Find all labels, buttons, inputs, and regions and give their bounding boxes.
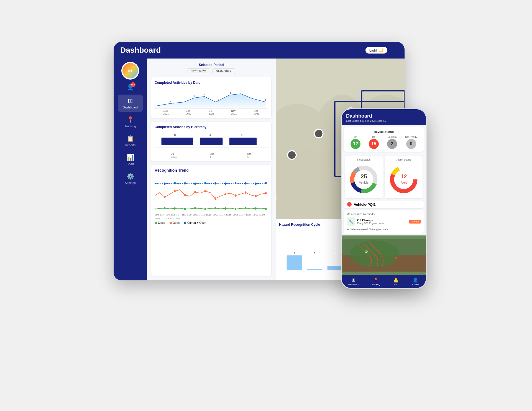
svg-point-16 <box>164 207 166 209</box>
sidebar-item-dashboard[interactable]: ⊞ Dashboard <box>118 95 143 112</box>
svg-text:1: 1 <box>230 92 231 94</box>
sidebar-item-reports[interactable]: 📋 Reports <box>118 132 143 149</box>
vehicle-row: Vehicle-PQi1 <box>344 201 424 208</box>
phone-nav-account[interactable]: 👤 Account <box>411 277 420 286</box>
sidebar-item-label: Reports <box>125 143 136 147</box>
maintenance-section: Maintenance Reminder 🔧 Oil Change Every … <box>344 210 424 234</box>
theme-label: Light <box>369 48 377 52</box>
svg-point-24 <box>245 207 247 209</box>
phone-map <box>342 235 426 275</box>
phone-footer-nav: ⊞ Dashboard 📍 Tracking ⚠️ Alert 👤 Accoun… <box>342 275 426 288</box>
svg-point-43 <box>194 182 196 185</box>
svg-point-20 <box>204 208 206 210</box>
sidebar-item-label: Dashboard <box>123 106 138 109</box>
svg-point-40 <box>164 182 166 185</box>
svg-text:2: 2 <box>241 134 243 137</box>
svg-rect-12 <box>229 138 257 145</box>
svg-text:Alert: Alert <box>401 181 407 184</box>
period-section: Selected Period 12/01/2021 01/04/2022 <box>151 63 271 74</box>
svg-point-21 <box>214 207 216 209</box>
status-notready-value: 0 <box>406 139 416 149</box>
legend-currently-open: Currently Open <box>184 221 206 224</box>
svg-point-38 <box>265 192 267 194</box>
alarm-status-section: Alarm Status 12 Alert <box>385 156 423 198</box>
fleet-status-section: Fleet Status 25 Vehicle <box>345 156 383 198</box>
toggle-switch[interactable] <box>391 47 398 54</box>
phone-nav-alert-label: Alert <box>393 283 398 286</box>
svg-text:1: 1 <box>314 273 316 273</box>
phone-nav-alert-icon: ⚠️ <box>393 277 399 283</box>
period-end-date[interactable]: 01/04/2022 <box>213 68 235 74</box>
app-header: Dashboard Light 🌙 <box>114 42 405 59</box>
chart-icon: 📊 <box>127 154 134 161</box>
vehicle-name: Vehicle-PQi1 <box>354 202 376 207</box>
svg-point-23 <box>235 208 236 210</box>
svg-point-100 <box>365 250 367 253</box>
svg-point-47 <box>235 182 236 184</box>
svg-text:25: 25 <box>360 173 367 179</box>
left-panel: Selected Period 12/01/2021 01/04/2022 Co… <box>147 59 276 280</box>
overdue-badge: Overdue <box>409 220 421 224</box>
phone-title: Dashboard <box>346 113 421 119</box>
status-nodata: No Data 2 <box>387 136 397 149</box>
svg-text:0: 0 <box>314 252 315 255</box>
svg-point-48 <box>245 182 247 185</box>
sidebar: IoT 👤 182 ⊞ Dashboard 📍 Tracking <box>114 59 147 280</box>
notification-badge: 182 <box>131 82 135 87</box>
phone-nav-tracking-icon: 📍 <box>373 277 379 283</box>
trend-chart-area <box>155 175 268 214</box>
completed-activities-chart: Completed Activities by Date <box>151 77 271 118</box>
svg-point-18 <box>184 208 186 210</box>
completed-activities-title: Completed Activities by Date <box>155 81 268 85</box>
phone-nav-dashboard[interactable]: ⊞ Dashboard <box>348 277 359 286</box>
next-due-text: Vehicle crossed 600 engine hours <box>351 228 388 231</box>
trend-title: Recognition Trend <box>155 168 268 172</box>
svg-point-25 <box>255 207 257 210</box>
status-on-value: 12 <box>351 139 360 149</box>
svg-text:1: 1 <box>265 98 266 101</box>
trend-x-labels: 11/311/411/511/611/711/811/911/1011/1111… <box>155 214 268 220</box>
svg-text:1: 1 <box>194 94 195 97</box>
phone-nav-alert[interactable]: ⚠️ Alert <box>393 277 399 286</box>
svg-point-44 <box>204 182 206 184</box>
svg-text:2: 2 <box>241 90 242 93</box>
theme-toggle[interactable]: Light 🌙 <box>365 47 387 54</box>
device-status-section: Device Status On 12 Off 15 No Data 2 <box>344 127 424 152</box>
status-notready: Not Ready 0 <box>405 136 417 149</box>
svg-point-29 <box>174 190 176 192</box>
svg-point-41 <box>174 182 176 184</box>
hierarchy-chart: Completed Activies by Hierarchy 14 3 <box>151 122 271 161</box>
legend-open: Open <box>170 221 180 224</box>
svg-point-36 <box>245 191 247 194</box>
svg-point-55 <box>314 129 323 138</box>
phone-nav-dashboard-icon: ⊞ <box>352 277 355 283</box>
svg-point-50 <box>265 182 267 184</box>
period-start-date[interactable]: 12/01/2021 <box>188 68 210 74</box>
alarm-label: Alarm Status <box>387 158 420 161</box>
svg-text:1: 1 <box>170 100 171 103</box>
maint-sub: Every 500 Engine Hours <box>357 222 407 225</box>
svg-point-46 <box>225 182 226 185</box>
phone-nav-account-icon: 👤 <box>413 277 418 283</box>
maint-info: Oil Change Every 500 Engine Hours <box>357 219 407 225</box>
svg-text:Less: Less <box>292 273 296 273</box>
svg-point-30 <box>184 194 186 196</box>
svg-rect-75 <box>328 266 343 270</box>
settings-icon: ⚙️ <box>127 173 134 180</box>
moon-icon: 🌙 <box>379 48 383 52</box>
status-boxes: On 12 Off 15 No Data 2 Not Ready 0 <box>347 136 420 149</box>
sidebar-item-settings[interactable]: ⚙️ Settings <box>118 170 143 187</box>
sidebar-item-label: Chart <box>127 162 134 166</box>
svg-rect-10 <box>200 138 223 145</box>
svg-point-101 <box>395 257 397 259</box>
phone-nav-account-label: Account <box>411 283 420 286</box>
sidebar-item-tracking[interactable]: 📍 Tracking <box>118 113 143 131</box>
svg-text:1: 1 <box>204 93 205 96</box>
tracking-icon: 📍 <box>127 116 134 123</box>
phone-nav-dashboard-label: Dashboard <box>348 283 359 286</box>
phone-nav-tracking[interactable]: 📍 Tracking <box>372 277 380 286</box>
maintenance-title: Maintenance Reminder <box>347 213 421 216</box>
sidebar-item-chart[interactable]: 📊 Chart <box>118 151 143 168</box>
sidebar-item-label: Tracking <box>124 125 136 128</box>
svg-point-39 <box>155 182 155 185</box>
